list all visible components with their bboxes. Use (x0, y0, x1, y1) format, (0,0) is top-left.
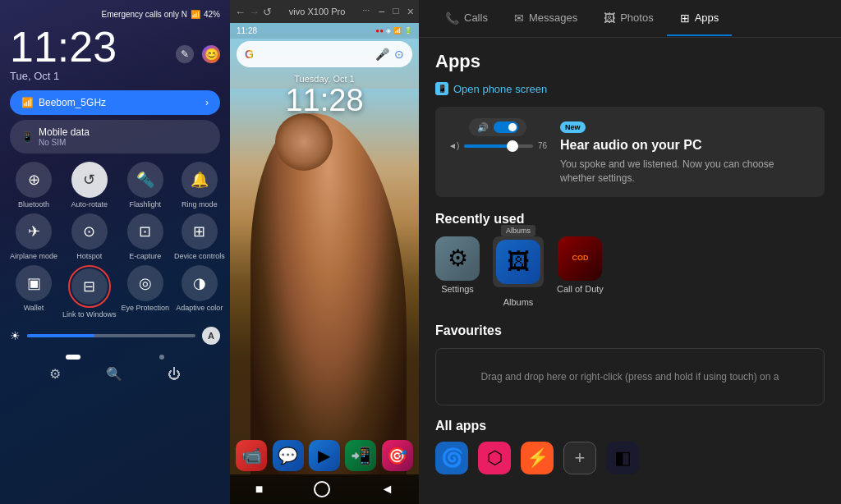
mic-icon[interactable]: 🎤 (375, 48, 389, 61)
open-phone-label: Open phone screen (453, 83, 547, 95)
mobile-data-tile[interactable]: 📱 Mobile data No SIM (10, 120, 220, 153)
favourites-hint: Drag and drop here or right-click (press… (481, 371, 779, 383)
all-app-5[interactable]: ◧ (606, 442, 639, 474)
wifi-chevron: › (205, 97, 209, 108)
dock-app-5[interactable]: 🎯 (382, 440, 413, 471)
mobile-data-icon: 📱 (21, 131, 34, 143)
tile-flashlight[interactable]: 🔦 Flashlight (122, 162, 170, 208)
tab-messages-label: Messages (529, 11, 577, 24)
minimize-button[interactable]: − (378, 5, 384, 18)
date-display: Tue, Oct 1 (10, 70, 117, 82)
dock-app-1[interactable]: 📹 (236, 440, 267, 471)
tab-calls-label: Calls (464, 11, 488, 24)
tile-wallet[interactable]: ▣ Wallet (10, 265, 57, 318)
eyeprotection-icon: ◎ (127, 265, 163, 301)
favourites-title: Favourites (435, 323, 825, 338)
clock-display: 11:23 (10, 25, 117, 68)
tile-eyeprotection-label: Eye Protection (122, 304, 170, 312)
tile-ringmode[interactable]: 🔔 Ring mode (174, 162, 225, 208)
search-bottom-icon[interactable]: 🔍 (106, 366, 122, 382)
lens-icon[interactable]: ⊙ (394, 48, 404, 61)
cod-app-label: Call of Duty (557, 284, 604, 294)
phone-datetime-display: Tuesday, Oct 1 11:28 (230, 74, 419, 118)
ring-icon: 🔔 (182, 162, 218, 198)
apps-icon: ⊞ (680, 11, 690, 25)
tab-calls[interactable]: 📞 Calls (432, 2, 501, 36)
tab-apps-label: Apps (695, 11, 719, 24)
dock-app-3[interactable]: ▶ (309, 440, 340, 471)
dock-app-4[interactable]: 📲 (345, 440, 376, 471)
app-card-cod[interactable]: COD Call of Duty (557, 236, 604, 307)
brightness-slider[interactable] (27, 334, 195, 337)
airplane-icon: ✈ (16, 213, 52, 250)
albums-app-label: Albums (503, 297, 534, 307)
middle-panel: ← → ↺ vivo X100 Pro ··· − □ × 11:28 ●● ◈… (230, 0, 419, 504)
app-card-settings[interactable]: ⚙ Settings (435, 236, 480, 307)
battery-text: 42% (204, 10, 220, 19)
back-button[interactable]: ← (235, 6, 246, 18)
profile-icon[interactable]: 😊 (202, 45, 220, 63)
tile-linktowindows[interactable]: ⊟ Link to Windows (62, 265, 117, 318)
forward-button[interactable]: → (249, 6, 260, 18)
left-panel: Emergency calls only N 📶 42% 11:23 Tue, … (0, 0, 230, 504)
mobile-data-label: Mobile data (39, 126, 90, 138)
wifi-signal-icon: 📶 (21, 97, 34, 108)
nav-back[interactable]: ■ (255, 482, 264, 497)
auto-brightness-button[interactable]: A (202, 327, 220, 345)
phone-status-bar: 11:28 ●● ◈ 📶 🔋 (230, 23, 419, 39)
tile-ecapture[interactable]: ⊡ E-capture (122, 213, 170, 260)
tile-flashlight-label: Flashlight (130, 200, 162, 208)
bottom-actions-row: ⚙ 🔍 ⏻ (10, 360, 220, 382)
all-app-add[interactable]: + (563, 442, 596, 474)
open-phone-screen-link[interactable]: 📱 Open phone screen (435, 82, 825, 95)
photos-icon: 🖼 (604, 11, 615, 25)
vol-min-label: ◄) (448, 141, 459, 150)
close-button[interactable]: × (407, 5, 414, 18)
phone-time: 11:28 (237, 26, 257, 35)
audio-toggle[interactable] (494, 121, 518, 133)
settings-bottom-icon[interactable]: ⚙ (49, 366, 61, 382)
all-app-2[interactable]: ⬡ (478, 442, 511, 474)
hotspot-icon: ⊙ (71, 213, 108, 250)
phone-search-bar[interactable]: G 🎤 ⊙ (237, 41, 412, 67)
tile-bluetooth[interactable]: ⊕ Bluetooth (10, 162, 57, 208)
audio-card-visual: 🔊 ◄) 76 (448, 118, 547, 150)
app-card-albums[interactable]: Albums 🖼 Albums (493, 236, 544, 307)
more-options-button[interactable]: ··· (362, 5, 370, 18)
wifi-tile[interactable]: 📶 Beebom_5GHz › (10, 90, 220, 115)
favourites-drop-zone[interactable]: Drag and drop here or right-click (press… (435, 348, 825, 405)
messages-icon: ✉ (514, 11, 524, 25)
phone-titlebar: ← → ↺ vivo X100 Pro ··· − □ × (230, 0, 419, 23)
phone-screen: 11:28 ●● ◈ 📶 🔋 G 🎤 ⊙ Tuesday, Oct 1 11:2… (230, 23, 419, 504)
tile-hotspot[interactable]: ⊙ Hotspot (62, 213, 117, 260)
volume-slider[interactable] (464, 144, 533, 148)
edit-icon[interactable]: ✎ (176, 45, 194, 63)
all-apps-section: All apps 🌀 ⬡ ⚡ + ◧ (435, 419, 825, 474)
tile-linktowindows-label: Link to Windows (62, 310, 117, 318)
all-apps-title: All apps (435, 419, 825, 433)
dock-app-2[interactable]: 💬 (273, 440, 304, 471)
all-app-1[interactable]: 🌀 (435, 442, 468, 474)
phone-clock: 11:28 (230, 84, 419, 118)
tile-bluetooth-label: Bluetooth (18, 200, 49, 208)
vol-max-label: 76 (538, 141, 547, 150)
restore-button[interactable]: □ (393, 5, 399, 18)
calls-icon: 📞 (445, 11, 459, 25)
all-app-3[interactable]: ⚡ (521, 442, 554, 474)
tile-devicecontrols[interactable]: ⊞ Device controls (174, 213, 225, 260)
quick-tiles-grid: ⊕ Bluetooth ↺ Auto-rotate 🔦 Flashlight 🔔… (10, 162, 220, 318)
power-bottom-icon[interactable]: ⏻ (168, 367, 181, 382)
tile-airplanemode[interactable]: ✈ Airplane mode (10, 213, 57, 260)
all-apps-grid: 🌀 ⬡ ⚡ + ◧ (435, 442, 825, 474)
flashlight-icon: 🔦 (127, 162, 163, 198)
tile-adaptivecolor[interactable]: ◑ Adaptive color (174, 265, 225, 318)
tile-autorotate[interactable]: ↺ Auto-rotate (62, 162, 117, 208)
tile-eyeprotection[interactable]: ◎ Eye Protection (122, 265, 170, 318)
tab-messages[interactable]: ✉ Messages (501, 2, 591, 36)
tab-photos[interactable]: 🖼 Photos (591, 2, 666, 36)
refresh-button[interactable]: ↺ (263, 6, 272, 18)
audio-card: 🔊 ◄) 76 New Hear audio on your PC (435, 107, 825, 197)
tab-apps[interactable]: ⊞ Apps (667, 2, 733, 36)
nav-home[interactable] (314, 481, 330, 497)
nav-recents[interactable]: ◄ (380, 482, 393, 497)
